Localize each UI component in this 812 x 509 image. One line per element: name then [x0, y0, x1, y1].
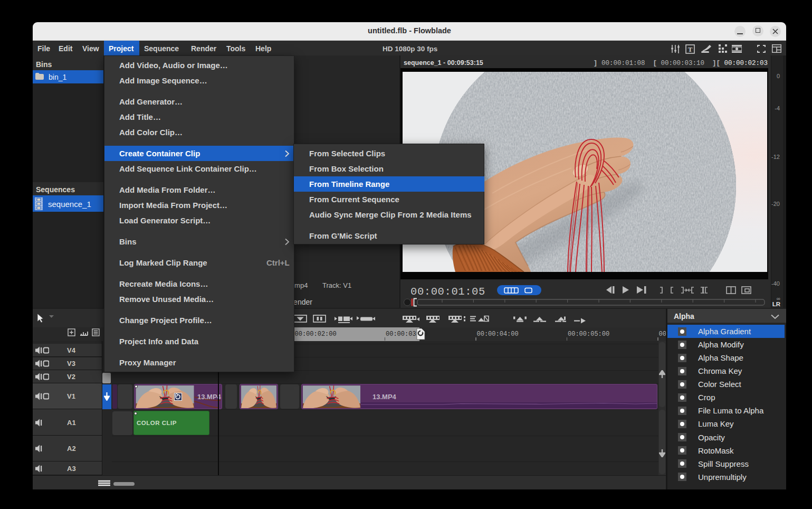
svg-text:T: T: [688, 45, 693, 53]
